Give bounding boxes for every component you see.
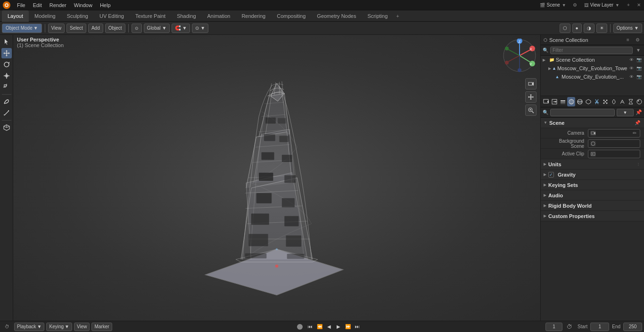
item-vis-btn-1[interactable]: 👁 (628, 73, 635, 80)
viewport-add-menu[interactable]: Add (88, 24, 103, 33)
timeline-type-btn[interactable]: ⏱ (2, 322, 12, 332)
gizmo-camera-btn[interactable] (525, 78, 537, 89)
navigation-gizmo[interactable]: X Y Z (503, 39, 537, 73)
viewport-view-menu[interactable]: Object Mode View (48, 24, 65, 33)
tab-sculpting[interactable]: Sculpting (61, 10, 94, 22)
properties-pin-btn[interactable]: 📌 (636, 109, 642, 116)
camera-edit-btn[interactable]: ✏ (631, 130, 638, 137)
tool-move[interactable] (1, 48, 12, 58)
units-section-header[interactable]: ▶ Units ⋮ (541, 159, 644, 170)
tool-scale[interactable] (1, 71, 12, 81)
view-btn[interactable]: View (74, 323, 90, 331)
gizmo-pan-btn[interactable] (525, 91, 537, 103)
prop-tab-modifier[interactable] (593, 97, 601, 106)
tool-transform[interactable] (1, 82, 12, 92)
gravity-section-header[interactable]: ▶ ✓ Gravity (541, 170, 644, 180)
viewport-shading-rendered[interactable]: ☀ (596, 24, 607, 33)
current-frame-input[interactable] (545, 323, 562, 331)
tool-add-cube[interactable] (1, 122, 12, 133)
outliner-scene-collection[interactable]: ▶ 📁 Scene Collection 👁 📷 (541, 56, 644, 64)
outliner-options-btn[interactable]: ⚙ (634, 36, 641, 44)
tool-annotate[interactable] (1, 97, 12, 107)
outliner-search-input[interactable] (550, 47, 633, 54)
prop-tab-world[interactable] (576, 97, 584, 106)
viewport-options-btn[interactable]: Options ▼ (613, 24, 642, 33)
properties-filter-btn[interactable]: ▼ (617, 109, 634, 116)
scene-section-pin[interactable]: 📌 (634, 119, 641, 127)
custom-properties-section-header[interactable]: ▶ Custom Properties (541, 211, 644, 221)
tab-animation[interactable]: Animation (202, 10, 236, 22)
gravity-checkbox[interactable]: ✓ (548, 172, 554, 178)
viewport-shading-wire[interactable]: ⬡ (560, 24, 570, 33)
playback-btn[interactable]: Playback ▼ (14, 323, 44, 331)
viewport-3d[interactable]: User Perspective (1) Scene Collection (13, 35, 540, 321)
prop-tab-scene[interactable] (567, 97, 575, 106)
scene-options-btn[interactable]: ⚙ (570, 0, 580, 10)
tab-compositing[interactable]: Compositing (271, 10, 311, 22)
viewport-select-menu[interactable]: Select (66, 24, 86, 33)
transform-space-btn[interactable]: Global ▼ (144, 24, 170, 33)
viewport-shading-solid[interactable]: ● (572, 24, 582, 33)
start-frame-input[interactable] (590, 323, 609, 331)
viewport-object-menu[interactable]: Object (105, 24, 125, 33)
collection-vis-btn[interactable]: 👁 (628, 57, 635, 63)
item-render-btn-1[interactable]: 📷 (636, 73, 642, 80)
scene-section-header[interactable]: ▼ Scene 📌 (541, 118, 644, 128)
camera-value[interactable]: ✏ (588, 129, 640, 138)
properties-search-input[interactable] (550, 109, 615, 116)
collection-render-btn[interactable]: 📷 (636, 57, 642, 63)
record-btn[interactable] (296, 323, 304, 331)
prop-tab-render[interactable] (542, 97, 550, 106)
menu-file[interactable]: File (13, 0, 29, 10)
bg-scene-value[interactable] (588, 139, 640, 148)
keying-btn[interactable]: Keying ▼ (46, 323, 72, 331)
add-workspace-btn[interactable]: + (393, 13, 402, 19)
jump-end-btn[interactable]: ⏭ (353, 323, 362, 331)
end-frame-input[interactable] (623, 323, 642, 331)
tab-geometry-nodes[interactable]: Geometry Nodes (311, 10, 362, 22)
outliner-item-0[interactable]: ▶ ▲ Moscow_City_Evolution_Towe 👁 📷 (541, 64, 644, 73)
prop-tab-particles[interactable] (601, 97, 609, 106)
tab-uv-editing[interactable]: UV Editing (94, 10, 130, 22)
prop-tab-view-layer[interactable] (559, 97, 567, 106)
tab-layout[interactable]: Layout (2, 10, 29, 22)
active-clip-value[interactable] (588, 150, 640, 158)
menu-edit[interactable]: Edit (29, 0, 46, 10)
scene-selector[interactable]: 🎬 Blender Scene ▼ (536, 0, 570, 10)
keying-sets-section-header[interactable]: ▶ Keying Sets (541, 180, 644, 190)
tab-texture-paint[interactable]: Texture Paint (130, 10, 171, 22)
prop-tab-physics[interactable] (610, 97, 618, 106)
prop-tab-data[interactable] (627, 97, 635, 106)
viewport-shading-material[interactable]: ◑ (584, 24, 594, 33)
menu-help[interactable]: Help (96, 0, 115, 10)
view-layer-selector[interactable]: 🖼 View Layer ▼ (580, 0, 623, 10)
tool-measure[interactable] (1, 108, 12, 118)
view-layer-remove-btn[interactable]: ✕ (634, 0, 644, 10)
prop-tab-output[interactable] (550, 97, 558, 106)
tab-shading[interactable]: Shading (171, 10, 201, 22)
step-forward-btn[interactable]: ⏩ (344, 323, 352, 331)
object-mode-dropdown[interactable]: Object Mode ▼ (2, 24, 42, 33)
prop-tab-material[interactable] (635, 97, 643, 106)
jump-start-btn[interactable]: ⏮ (306, 323, 314, 331)
tab-modeling[interactable]: Modeling (29, 10, 61, 22)
play-reverse-btn[interactable]: ◀ (325, 323, 333, 331)
outliner-item-1[interactable]: ▲ Moscow_City_Evolution_... 👁 📷 (541, 73, 644, 81)
transform-pivot-btn[interactable]: ⊙ (132, 24, 142, 33)
tool-cursor[interactable] (1, 37, 12, 47)
prop-tab-constraints[interactable] (618, 97, 626, 106)
marker-btn[interactable]: Marker (91, 323, 112, 331)
rigid-body-world-section-header[interactable]: ▶ Rigid Body World (541, 201, 644, 211)
snap-btn[interactable]: 🧲 ▼ (172, 24, 190, 33)
menu-window[interactable]: Window (70, 0, 96, 10)
use-preview-range-btn[interactable]: ⏱ (564, 322, 575, 332)
view-layer-options-btn[interactable]: + (623, 0, 634, 10)
tab-rendering[interactable]: Rendering (236, 10, 271, 22)
item-render-btn-0[interactable]: 📷 (636, 65, 643, 72)
item-vis-btn-0[interactable]: 👁 (628, 65, 635, 72)
tool-rotate[interactable] (1, 59, 12, 70)
audio-section-header[interactable]: ▶ Audio (541, 190, 644, 201)
proportional-btn[interactable]: ⊙ ▼ (192, 24, 208, 33)
outliner-filter-btn[interactable]: ≡ (624, 36, 632, 44)
gizmo-zoom-btn[interactable] (525, 105, 537, 116)
